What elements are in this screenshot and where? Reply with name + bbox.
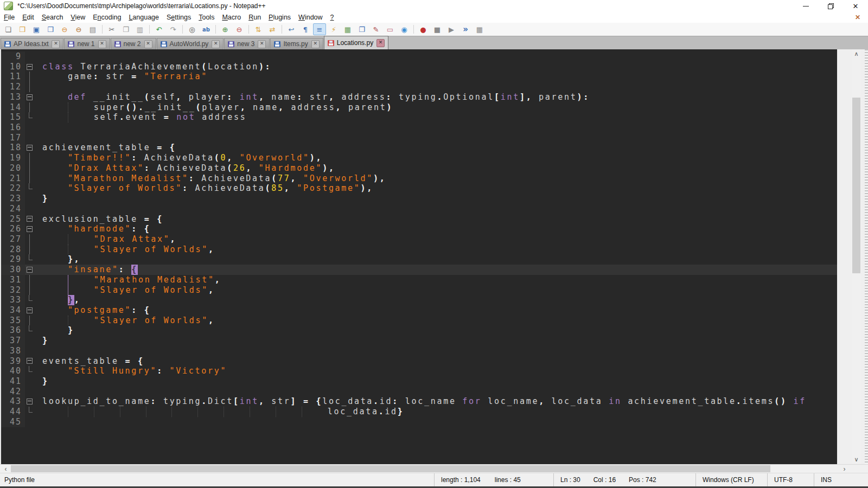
status-encoding[interactable]: UTF-8: [767, 473, 814, 486]
tab-new-3[interactable]: new 3✕: [224, 38, 270, 49]
token-pl: str: [100, 72, 132, 82]
token-op: }: [42, 336, 49, 346]
vertical-scrollbar[interactable]: ∧ ∨: [852, 49, 861, 464]
close-button[interactable]: ✕: [843, 0, 868, 12]
minimize-button[interactable]: [793, 0, 818, 12]
tab-items.py[interactable]: Items.py✕: [270, 38, 323, 49]
show-all-characters-icon[interactable]: ¶: [299, 23, 312, 35]
scroll-down-arrow[interactable]: ∨: [852, 455, 861, 464]
horizontal-scrollbar-thumb[interactable]: [11, 465, 770, 472]
sync-horizontal-scrolling-icon[interactable]: ⇄: [266, 23, 279, 35]
code-line-26: 26"hardmode": {: [1, 224, 837, 234]
cut-icon[interactable]: ✂: [105, 23, 118, 35]
status-eol-format[interactable]: Windows (CR LF): [695, 473, 767, 486]
code-text: "Still Hungry": "Victory": [34, 366, 837, 376]
tab-ap-ideas.txt[interactable]: AP Ideas.txt✕: [1, 38, 63, 49]
scroll-left-arrow[interactable]: ‹: [1, 465, 10, 473]
menu-run[interactable]: Run: [245, 12, 265, 22]
define-your-language-icon[interactable]: ✎: [369, 23, 382, 35]
menu-search[interactable]: Search: [38, 12, 67, 22]
fold-collapse-icon[interactable]: [25, 214, 34, 224]
tab-close-icon[interactable]: ✕: [376, 39, 385, 47]
word-wrap-icon[interactable]: ↩: [285, 23, 298, 35]
tab-close-icon[interactable]: ✕: [144, 40, 152, 48]
fold-collapse-icon[interactable]: [25, 62, 34, 72]
tab-label: new 1: [77, 40, 94, 48]
fold-collapse-icon[interactable]: [25, 356, 34, 367]
paste-icon[interactable]: ▥: [133, 23, 146, 35]
print-icon[interactable]: ▤: [86, 23, 99, 35]
redo-icon[interactable]: ↷: [167, 23, 180, 35]
token-pl: loc_name: [399, 396, 462, 407]
vertical-scrollbar-thumb[interactable]: [852, 98, 860, 273]
zoom-in-icon[interactable]: ⊕: [219, 23, 232, 35]
token-op: :: [144, 163, 151, 174]
horizontal-scrollbar[interactable]: ‹ ›: [0, 464, 868, 473]
tab-close-icon[interactable]: ✕: [311, 40, 320, 48]
tab-new-1[interactable]: new 1✕: [64, 38, 110, 49]
new-file-icon[interactable]: ❏: [2, 23, 15, 35]
menu-language[interactable]: Language: [125, 12, 163, 22]
fold-collapse-icon[interactable]: [25, 396, 34, 407]
menu-window[interactable]: Window: [295, 12, 326, 22]
menu-view[interactable]: View: [67, 12, 89, 22]
show-indent-guide-icon[interactable]: ≡: [313, 23, 326, 35]
macro-play-icon[interactable]: ▶: [445, 23, 458, 35]
fold-collapse-icon[interactable]: [25, 265, 34, 275]
tab-autoworld.py[interactable]: AutoWorld.py✕: [157, 38, 224, 49]
menu-settings[interactable]: Settings: [163, 12, 195, 22]
macro-save-icon[interactable]: ▦: [473, 23, 486, 35]
token-op: {: [144, 224, 151, 234]
document-list-icon[interactable]: ❐: [355, 23, 368, 35]
menu-?[interactable]: ?: [327, 12, 338, 22]
monitoring-tail-icon[interactable]: ◉: [398, 23, 411, 35]
scroll-right-arrow[interactable]: ›: [840, 465, 849, 473]
macro-stop-icon[interactable]: ■: [431, 23, 444, 35]
open-folder-icon[interactable]: ❒: [16, 23, 29, 35]
macro-record-icon[interactable]: ●: [417, 23, 430, 35]
fold-margin: [25, 82, 34, 92]
menu-plugins[interactable]: Plugins: [265, 12, 295, 22]
tab-close-icon[interactable]: ✕: [98, 40, 106, 48]
document-map-glyph: ▦: [344, 26, 351, 33]
folder-as-workspace-icon[interactable]: ▭: [384, 23, 397, 35]
save-icon[interactable]: ▣: [30, 23, 43, 35]
sync-vertical-scrolling-icon[interactable]: ⇅: [252, 23, 265, 35]
code-text: [34, 204, 837, 214]
close-document-icon[interactable]: ⊖: [58, 23, 71, 35]
function-list-icon[interactable]: ⚡: [327, 23, 340, 35]
menu-tools[interactable]: Tools: [195, 12, 218, 22]
status-insert-mode[interactable]: INS: [814, 473, 868, 486]
macro-run-multiple-icon[interactable]: »: [459, 23, 472, 35]
token-op: :: [93, 72, 100, 82]
scroll-up-arrow[interactable]: ∧: [852, 49, 861, 59]
restore-button[interactable]: [818, 0, 843, 12]
token-pl: loc_data: [545, 396, 609, 407]
token-kw: for: [462, 396, 481, 407]
close-all-documents-icon[interactable]: ⊖: [72, 23, 85, 35]
token-op: .: [201, 396, 208, 407]
document-map-icon[interactable]: ▦: [341, 23, 354, 35]
tab-close-icon[interactable]: ✕: [258, 40, 266, 48]
tab-new-2[interactable]: new 2✕: [111, 38, 156, 49]
editor-area[interactable]: 910class TerrariaAchievement(Location):1…: [0, 49, 837, 464]
fold-collapse-icon[interactable]: [25, 305, 34, 316]
fold-collapse-icon[interactable]: [25, 224, 34, 234]
menu-encoding[interactable]: Encoding: [89, 12, 125, 22]
tab-close-icon[interactable]: ✕: [212, 40, 220, 48]
save-all-icon[interactable]: ❒: [44, 23, 57, 35]
copy-icon[interactable]: ❐: [119, 23, 132, 35]
fold-collapse-icon[interactable]: [25, 92, 34, 102]
zoom-out-icon[interactable]: ⊖: [233, 23, 246, 35]
fold-collapse-icon[interactable]: [25, 143, 34, 153]
menu-close-document-icon[interactable]: ✕: [855, 14, 860, 21]
find-icon[interactable]: ◎: [186, 23, 199, 35]
line-number: 24: [1, 204, 25, 214]
replace-icon[interactable]: ab: [200, 23, 213, 35]
tab-locations.py[interactable]: Locations.py✕: [324, 36, 388, 49]
tab-close-icon[interactable]: ✕: [52, 40, 60, 48]
menu-edit[interactable]: Edit: [18, 12, 38, 22]
undo-icon[interactable]: ↶: [152, 23, 165, 35]
menu-file[interactable]: File: [0, 12, 18, 22]
menu-macro[interactable]: Macro: [218, 12, 245, 22]
